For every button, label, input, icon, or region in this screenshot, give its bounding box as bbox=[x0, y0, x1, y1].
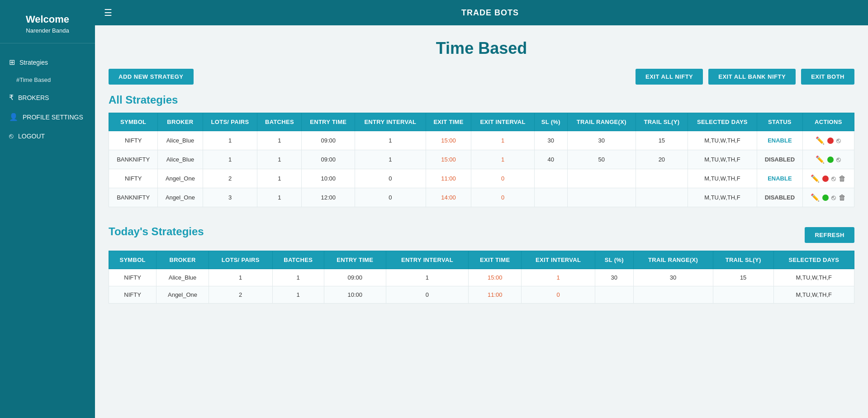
exit-all-nifty-button[interactable]: EXIT ALL NIFTY bbox=[636, 69, 703, 85]
cell-status: ENABLE bbox=[757, 169, 802, 188]
cell-trail-sl: 15 bbox=[713, 269, 773, 286]
exit-all-bank-nifty-button[interactable]: EXIT ALL BANK NIFTY bbox=[708, 69, 796, 85]
cell-selected-days: M,TU,W,TH,F bbox=[688, 131, 757, 150]
cell-exit-time: 15:00 bbox=[426, 150, 471, 169]
all-strategies-header-row: SYMBOL BROKER LOTS/ PAIRS BATCHES ENTRY … bbox=[109, 113, 854, 131]
cell-batches: 1 bbox=[272, 286, 324, 304]
table-row: BANKNIFTY Alice_Blue 1 1 09:00 1 15:00 1… bbox=[109, 150, 854, 169]
cell-symbol: NIFTY bbox=[109, 169, 158, 188]
cell-broker: Alice_Blue bbox=[157, 269, 209, 286]
cell-exit-interval: 1 bbox=[471, 131, 535, 150]
col-trail-sl: TRAIL SL(Y) bbox=[636, 113, 688, 131]
cell-entry-time: 12:00 bbox=[302, 188, 355, 207]
sidebar-item-time-based[interactable]: # Time Based bbox=[0, 72, 95, 88]
cell-selected-days: M,TU,W,TH,F bbox=[688, 188, 757, 207]
cell-selected-days: M,TU,W,TH,F bbox=[773, 286, 854, 304]
col-ts-exit-time: EXIT TIME bbox=[469, 251, 522, 269]
cell-trail-range bbox=[633, 286, 713, 304]
cell-broker: Angel_One bbox=[158, 169, 203, 188]
cell-entry-time: 09:00 bbox=[302, 150, 355, 169]
time-based-icon: # bbox=[16, 76, 19, 83]
cell-exit-time: 15:00 bbox=[426, 131, 471, 150]
brokers-icon: ₹ bbox=[9, 93, 14, 102]
exit-icon[interactable]: ⎋ bbox=[836, 137, 841, 145]
cell-actions: ✏️ ⎋ 🗑 bbox=[802, 169, 854, 188]
cell-entry-time: 10:00 bbox=[302, 169, 355, 188]
add-new-strategy-button[interactable]: ADD NEW STRATEGY bbox=[109, 69, 194, 85]
cell-entry-time: 09:00 bbox=[302, 131, 355, 150]
page-heading: Time Based bbox=[109, 39, 854, 58]
col-ts-entry-interval: ENTRY INTERVAL bbox=[386, 251, 469, 269]
exit-icon[interactable]: ⎋ bbox=[831, 194, 836, 202]
cell-trail-range: 50 bbox=[567, 150, 636, 169]
cell-broker: Angel_One bbox=[158, 188, 203, 207]
col-ts-selected-days: SELECTED DAYS bbox=[773, 251, 854, 269]
cell-exit-interval: 0 bbox=[471, 188, 535, 207]
cell-broker: Angel_One bbox=[157, 286, 209, 304]
sidebar-item-brokers[interactable]: ₹ BROKERS bbox=[0, 88, 95, 107]
cell-trail-sl bbox=[636, 188, 688, 207]
exit-icon[interactable]: ⎋ bbox=[836, 156, 841, 164]
edit-icon[interactable]: ✏️ bbox=[811, 193, 820, 202]
edit-icon[interactable]: ✏️ bbox=[811, 174, 820, 183]
cell-batches: 1 bbox=[257, 150, 302, 169]
exit-both-button[interactable]: EXIT BOTH bbox=[801, 69, 854, 85]
sidebar-nav: ⊞ Strategies # Time Based ₹ BROKERS 👤 PR… bbox=[0, 43, 95, 418]
main: ☰ TRADE BOTS Time Based ADD NEW STRATEGY… bbox=[95, 0, 868, 418]
cell-trail-range: 30 bbox=[567, 131, 636, 150]
cell-trail-sl: 15 bbox=[636, 131, 688, 150]
sidebar-item-profile-settings[interactable]: 👤 PROFILE SETTINGS bbox=[0, 107, 95, 127]
col-ts-entry-time: ENTRY TIME bbox=[324, 251, 386, 269]
cell-lots: 2 bbox=[203, 169, 257, 188]
all-strategies-title: All Strategies bbox=[109, 94, 854, 106]
cell-entry-interval: 1 bbox=[355, 131, 426, 150]
table-row: NIFTY Alice_Blue 1 1 09:00 1 15:00 1 30 … bbox=[109, 269, 854, 286]
col-lots: LOTS/ PAIRS bbox=[203, 113, 257, 131]
menu-icon[interactable]: ☰ bbox=[104, 7, 112, 18]
profile-icon: 👤 bbox=[9, 113, 18, 121]
cell-exit-time: 11:00 bbox=[469, 286, 522, 304]
todays-strategies-title: Today's Strategies bbox=[109, 225, 204, 238]
todays-strategies-header-row: SYMBOL BROKER LOTS/ PAIRS BATCHES ENTRY … bbox=[109, 251, 854, 269]
cell-exit-interval: 1 bbox=[471, 150, 535, 169]
cell-batches: 1 bbox=[257, 169, 302, 188]
cell-exit-interval: 0 bbox=[471, 169, 535, 188]
cell-symbol: BANKNIFTY bbox=[109, 150, 158, 169]
cell-symbol: NIFTY bbox=[109, 286, 157, 304]
edit-icon[interactable]: ✏️ bbox=[816, 136, 825, 145]
cell-actions: ✏️ ⎋ bbox=[802, 131, 854, 150]
sidebar-item-strategies[interactable]: ⊞ Strategies bbox=[0, 52, 95, 72]
refresh-button[interactable]: REFRESH bbox=[805, 227, 854, 243]
cell-entry-interval: 1 bbox=[355, 150, 426, 169]
cell-sl bbox=[535, 169, 568, 188]
col-entry-time: ENTRY TIME bbox=[302, 113, 355, 131]
col-sl: SL (%) bbox=[535, 113, 568, 131]
cell-trail-sl bbox=[713, 286, 773, 304]
cell-entry-interval: 0 bbox=[355, 188, 426, 207]
cell-entry-time: 10:00 bbox=[324, 286, 386, 304]
cell-lots: 1 bbox=[203, 150, 257, 169]
topbar-title: TRADE BOTS bbox=[121, 8, 859, 18]
table-row: NIFTY Angel_One 2 1 10:00 0 11:00 0 M,TU… bbox=[109, 169, 854, 188]
content: Time Based ADD NEW STRATEGY EXIT ALL NIF… bbox=[95, 25, 868, 418]
delete-icon[interactable]: 🗑 bbox=[839, 175, 846, 183]
delete-icon[interactable]: 🗑 bbox=[839, 194, 846, 202]
sidebar-item-logout[interactable]: ⎋ LOGOUT bbox=[0, 127, 95, 146]
exit-icon[interactable]: ⎋ bbox=[831, 175, 836, 183]
cell-selected-days: M,TU,W,TH,F bbox=[773, 269, 854, 286]
cell-trail-sl bbox=[636, 169, 688, 188]
col-ts-sl: SL (%) bbox=[595, 251, 634, 269]
col-ts-trail-range: TRAIL RANGE(X) bbox=[633, 251, 713, 269]
cell-selected-days: M,TU,W,TH,F bbox=[688, 169, 757, 188]
col-selected-days: SELECTED DAYS bbox=[688, 113, 757, 131]
edit-icon[interactable]: ✏️ bbox=[816, 155, 825, 164]
todays-strategies-section: Today's Strategies REFRESH SYMBOL BROKER… bbox=[109, 225, 854, 304]
table-row: NIFTY Angel_One 2 1 10:00 0 11:00 0 M,TU… bbox=[109, 286, 854, 304]
table-row: NIFTY Alice_Blue 1 1 09:00 1 15:00 1 30 … bbox=[109, 131, 854, 150]
col-status: STATUS bbox=[757, 113, 802, 131]
col-ts-broker: BROKER bbox=[157, 251, 209, 269]
cell-entry-interval: 0 bbox=[386, 286, 469, 304]
col-trail-range: TRAIL RANGE(X) bbox=[567, 113, 636, 131]
action-bar: ADD NEW STRATEGY EXIT ALL NIFTY EXIT ALL… bbox=[109, 69, 854, 85]
col-exit-time: EXIT TIME bbox=[426, 113, 471, 131]
